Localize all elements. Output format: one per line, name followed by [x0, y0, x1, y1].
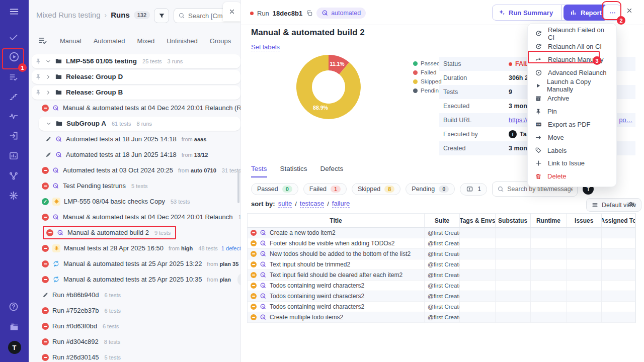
run-row[interactable]: Run #26d301455 tests — [32, 349, 240, 362]
sort-by-suite[interactable]: suite — [278, 200, 292, 208]
column-header-tags-envs[interactable]: Tags & Envs — [460, 214, 496, 227]
panel-close-button[interactable] — [223, 2, 240, 21]
run-tag-pill[interactable]: automated — [316, 8, 366, 19]
chevron-right-icon[interactable] — [45, 89, 51, 96]
runs-scrollbar[interactable] — [237, 170, 239, 203]
select-runs-icon[interactable] — [38, 36, 48, 46]
run-row[interactable]: Automated tests at 18 Jun 2025 14:18from… — [32, 147, 240, 162]
set-labels-link[interactable]: Set labels — [251, 43, 280, 51]
filter-button[interactable] — [154, 8, 169, 23]
sidebar-play-circle-icon[interactable] — [9, 51, 21, 63]
menu-item-labels[interactable]: Labels — [528, 144, 616, 157]
sort-by-testcase[interactable]: testcase — [300, 200, 324, 208]
sidebar-help-icon[interactable] — [9, 302, 21, 314]
view-settings-icon[interactable] — [627, 200, 635, 208]
table-row[interactable]: Create multiple todo items2@first Create… — [248, 312, 635, 323]
sidebar-folders-icon[interactable] — [9, 321, 21, 333]
breadcrumb-current[interactable]: Runs — [111, 11, 130, 19]
menu-item-link-to-issue[interactable]: Link to Issue — [528, 157, 616, 170]
sidebar-pulse-icon[interactable] — [9, 111, 21, 123]
column-header-suite[interactable]: Suite — [425, 214, 460, 227]
run-row[interactable]: Manual & automated tests at 04 Dec 2024 … — [32, 100, 240, 116]
runs-tab-groups[interactable]: Groups — [210, 37, 231, 45]
run-row[interactable]: Manual & automated tests at 25 Apr 2025 … — [32, 272, 240, 287]
sidebar-steps-icon[interactable] — [9, 92, 21, 104]
menu-item-move[interactable]: Move — [528, 131, 616, 144]
menu-item-pin[interactable]: Pin — [528, 105, 616, 118]
run-row[interactable]: Run #0d63f0bd6 tests — [32, 318, 240, 334]
run-row[interactable]: LMP-555 08/04 basic checks Copy53 tests — [32, 194, 240, 209]
chevron-down-icon[interactable] — [45, 58, 51, 64]
table-row[interactable]: Create a new todo item2@first Create ... — [248, 228, 635, 238]
chevron-right-icon[interactable] — [45, 74, 51, 80]
sidebar-list-check-icon[interactable] — [9, 72, 21, 84]
menu-item-relaunch-all-on-ci[interactable]: Relaunch All on CI — [528, 40, 616, 53]
menu-item-relaunch-manually[interactable]: Relaunch Manually — [528, 53, 616, 66]
run-row[interactable]: Run #d304c8928 tests — [32, 334, 240, 349]
tab-statistics[interactable]: Statistics — [280, 165, 307, 177]
sidebar-hamburger-icon[interactable] — [9, 6, 21, 18]
sort-by-failure[interactable]: failure — [332, 200, 350, 208]
menu-item-archive[interactable]: Archive — [528, 92, 616, 105]
table-row[interactable]: Text input field should be cleared after… — [248, 270, 635, 281]
build-url-link-end[interactable]: po… — [619, 117, 632, 124]
column-header-assigned-to[interactable]: Assigned To — [602, 214, 635, 227]
table-row[interactable]: Todos containing weird characters2@first… — [248, 302, 635, 312]
column-header-substatus[interactable]: Substatus — [496, 214, 531, 227]
copy-icon[interactable] — [306, 10, 313, 17]
run-row[interactable]: Run #752eb37b6 tests — [32, 303, 240, 318]
table-row[interactable]: Footer should be visible when adding TOD… — [248, 238, 635, 249]
menu-item-relaunch-failed-on-ci[interactable]: Relaunch Failed on CI — [528, 27, 616, 40]
breadcrumb-project[interactable]: Mixed Runs testing — [36, 11, 101, 19]
sidebar-check-icon[interactable] — [9, 32, 21, 44]
sidebar-account-avatar[interactable]: T — [8, 341, 21, 354]
table-row[interactable]: Todos containing weird characters2@first… — [248, 291, 635, 302]
run-row[interactable]: Automated tests at 03 Oct 2024 20:25from… — [32, 162, 240, 178]
sidebar-branch-icon[interactable] — [9, 171, 21, 183]
run-row-title: Run #d304c892 — [52, 338, 99, 345]
details-close-icon[interactable] — [626, 7, 633, 14]
run-row-defects-link[interactable]: 1 defects — [221, 245, 240, 251]
filter-chip-skipped[interactable]: Skipped8 — [352, 183, 400, 195]
run-row[interactable]: Manual & automated tests at 25 Apr 2025 … — [32, 256, 240, 272]
folder-row[interactable]: SubGroup A61 tests8 runs — [32, 116, 240, 131]
runs-tab-manual[interactable]: Manual — [60, 37, 82, 45]
report-button[interactable]: Report — [564, 5, 608, 21]
sidebar-login-icon[interactable] — [9, 131, 21, 143]
column-header-title[interactable]: Title — [248, 214, 425, 227]
detail-label: Executed by — [443, 131, 509, 138]
column-header-runtime[interactable]: Runtime — [531, 214, 567, 227]
filter-chip-pending[interactable]: Pending0 — [406, 183, 455, 195]
table-row[interactable]: New todos should be added to the bottom … — [248, 249, 635, 259]
test-title: Footer should be visible when adding TOD… — [270, 240, 394, 247]
menu-item-export-as-pdf[interactable]: PDFExport as PDF — [528, 118, 616, 131]
filter-chip-passed[interactable]: Passed0 — [251, 183, 298, 195]
folder-row[interactable]: Release: Group B — [32, 84, 240, 100]
column-header-issues[interactable]: Issues — [567, 214, 602, 227]
tab-defects[interactable]: Defects — [320, 165, 344, 177]
filter-chip-failed[interactable]: Failed1 — [303, 183, 347, 195]
filter-chip-comments[interactable]: 1 — [460, 183, 487, 196]
menu-item-delete[interactable]: Delete — [528, 170, 616, 183]
test-suite: @first Create ... — [428, 304, 460, 310]
runs-tab-unfinished[interactable]: Unfinished — [167, 37, 197, 45]
sidebar-bar-chart-icon[interactable] — [9, 151, 21, 163]
chevron-down-icon[interactable] — [46, 121, 52, 127]
menu-item-launch-a-copy-manually[interactable]: Launch a Copy Manually — [528, 79, 616, 92]
table-row[interactable]: Text input should be trimmed2@first Crea… — [248, 259, 635, 270]
runs-tab-mixed[interactable]: Mixed — [137, 37, 155, 45]
run-row[interactable]: Manual tests at 28 Apr 2025 16:50from hi… — [32, 240, 240, 256]
sidebar-gear-icon[interactable] — [9, 191, 21, 203]
run-row[interactable]: Test Pending testruns5 tests — [32, 178, 240, 194]
folder-row[interactable]: Release: Group D — [32, 69, 240, 84]
runs-tab-automated[interactable]: Automated — [94, 37, 125, 45]
run-row[interactable]: Run #b86b940d6 tests — [32, 287, 240, 303]
table-row[interactable]: Todos containing weird characters2@first… — [248, 281, 635, 291]
menu-item-advanced-relaunch[interactable]: Advanced Relaunch — [528, 66, 616, 79]
run-row[interactable]: Manual & automated build 29 tests — [32, 225, 240, 240]
build-url-link[interactable]: https:// — [509, 117, 528, 124]
folder-row[interactable]: LMP-556 01/05 testing25 tests3 runs — [32, 53, 240, 69]
run-row[interactable]: Manual & automated tests at 04 Dec 2024 … — [32, 209, 240, 225]
tab-tests[interactable]: Tests — [251, 165, 267, 177]
run-row[interactable]: Automated tests at 18 Jun 2025 14:18from… — [32, 131, 240, 147]
